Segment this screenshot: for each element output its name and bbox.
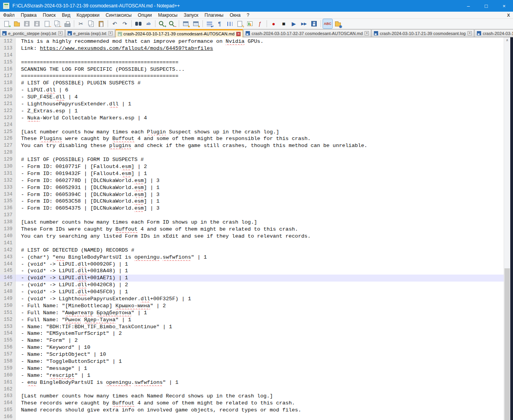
line-text[interactable]: [Last number counts how many times each … (19, 393, 504, 400)
line-text[interactable]: - Name: "rescript" | 1 (19, 372, 504, 379)
line-text[interactable]: - Form ID: 0019432F | [Fallout4.esm] | 1 (19, 170, 504, 177)
menu-item[interactable]: Макросы (155, 12, 181, 18)
line-text[interactable]: - Full Name: "[MineBottlecap] Крышко-мин… (19, 303, 504, 310)
line-text[interactable]: - Form ID: 0602778D | [DLCNukaWorld.esm]… (19, 177, 504, 184)
line-text[interactable]: You can try disabling these plugins and … (19, 142, 504, 149)
line-text[interactable]: - (void* -> LiPUI.dll+000920F) | 1 (19, 261, 504, 268)
zoom-out-button[interactable]: − (168, 19, 177, 28)
line-text[interactable]: This is a highly recommended mod that ca… (19, 38, 504, 45)
line-text[interactable]: - Name: "BDH:TIF:BDH_TIF_Bimbo_TaskConti… (19, 324, 504, 331)
line-number[interactable]: 114 (0, 52, 16, 59)
line-number[interactable]: 148 (0, 289, 16, 296)
line-number[interactable]: 121 (0, 101, 16, 108)
line-number[interactable]: 136 (0, 205, 16, 212)
tab[interactable]: e_persia (exp).txt (65, 29, 115, 37)
scrollbar-thumb[interactable] (504, 268, 510, 420)
line-number[interactable]: 142 (0, 247, 16, 254)
minimize-button[interactable]: – (459, 0, 477, 12)
line-text[interactable]: - Form ID: 0605394C | [DLCNukaWorld.esm]… (19, 191, 504, 198)
line-number[interactable]: 130 (0, 163, 16, 170)
menu-item[interactable]: Окна (227, 12, 244, 18)
menu-item[interactable]: ? (244, 12, 253, 18)
scroll-up-arrow-icon[interactable]: ∧ (504, 37, 510, 44)
menu-item[interactable]: Поиск (40, 12, 59, 18)
line-text[interactable]: - SUP_F4SE.dll | 4 (19, 94, 504, 101)
line-number[interactable]: 159 (0, 365, 16, 372)
macro-play-button[interactable]: ▶ (289, 19, 298, 28)
line-number[interactable]: 143 (0, 254, 16, 261)
new-file-button[interactable]: + (2, 19, 11, 28)
line-number[interactable]: 134 (0, 191, 16, 198)
cut-button[interactable]: ✂ (76, 19, 86, 28)
line-number[interactable]: 160 (0, 372, 16, 379)
line-number[interactable]: 131 (0, 170, 16, 177)
menu-item[interactable]: Запуск (181, 12, 202, 18)
print-button[interactable] (63, 19, 72, 28)
word-wrap-button[interactable]: ↵ (205, 19, 214, 28)
line-text[interactable]: - Full Name: "Амфитеатр Брэдбертона" | 1 (19, 310, 504, 317)
line-number[interactable]: 150 (0, 303, 16, 310)
line-number[interactable]: 124 (0, 122, 16, 129)
line-number[interactable]: 155 (0, 337, 16, 344)
tab-close-icon[interactable] (236, 32, 241, 36)
line-text[interactable]: - Name: "Form" | 2 (19, 337, 504, 344)
sync-horizontal-scroll-button[interactable]: ● (191, 19, 201, 28)
line-text[interactable]: - Full Name: "Рынок Ядер-Тауна" | 1 (19, 317, 504, 324)
line-number[interactable]: 147 (0, 282, 16, 289)
line-text[interactable]: - Form ID: 06054375 | [DLCNukaWorld.esm]… (19, 205, 504, 212)
line-text[interactable]: - LiPUI.dll | 6 (19, 87, 504, 94)
line-text[interactable] (19, 149, 504, 156)
line-number[interactable]: 161 (0, 379, 16, 386)
line-number[interactable]: 122 (0, 108, 16, 115)
line-number[interactable]: 158 (0, 358, 16, 365)
line-text[interactable] (19, 52, 504, 59)
tab[interactable]: e_pontic_steppe (exp).txt (0, 29, 65, 37)
function-list-button[interactable]: ƒ (255, 19, 265, 28)
line-text[interactable]: - Name: "Keyword" | 10 (19, 344, 504, 351)
line-text[interactable]: ========================================… (19, 73, 504, 80)
line-number[interactable]: 156 (0, 344, 16, 351)
line-number[interactable]: 116 (0, 66, 16, 73)
line-number[interactable]: 163 (0, 393, 16, 400)
line-text[interactable]: - Nuka-World Collectable Markers.esp | 4 (19, 115, 504, 122)
macro-run-multiple-button[interactable]: ▶▶ (299, 19, 309, 28)
line-text[interactable]: # LIST OF DETECTED (NAMED) RECORDS # (19, 247, 504, 254)
line-text[interactable] (19, 122, 504, 129)
line-number[interactable]: 145 (0, 268, 16, 275)
close-all-button[interactable]: − (52, 19, 62, 28)
line-number[interactable]: 129 (0, 156, 16, 163)
line-number[interactable]: 151 (0, 310, 16, 317)
line-number[interactable]: 146 (0, 275, 16, 282)
line-number[interactable]: 125 (0, 129, 16, 136)
line-text[interactable] (19, 212, 504, 219)
line-number[interactable]: 166 (0, 414, 16, 420)
line-number[interactable]: 152 (0, 317, 16, 324)
line-text[interactable]: These Form IDs were caught by Buffout 4 … (19, 226, 504, 233)
open-file-button[interactable] (12, 19, 21, 28)
zoom-in-button[interactable]: + (157, 19, 167, 28)
line-text[interactable]: - Form ID: 0010771F | [Fallout4.esm] | 2 (19, 163, 504, 170)
user-defined-language-button[interactable]: ϟ (235, 19, 244, 28)
line-text[interactable]: - Z_Extras.esp | 1 (19, 108, 504, 115)
menu-item[interactable]: Кодировки (73, 12, 103, 18)
line-number[interactable]: 119 (0, 87, 16, 94)
line-text[interactable]: - Name: "ToggleButtonScript" | 1 (19, 358, 504, 365)
line-number[interactable]: 135 (0, 198, 16, 205)
line-text[interactable]: - (void* -> LighthousePapyrusExtender.dl… (19, 296, 504, 303)
menu-item[interactable]: Вид (59, 12, 73, 18)
sync-vertical-scroll-button[interactable]: ● (181, 19, 190, 28)
line-text[interactable]: # LIST OF (POSSIBLE) FORM ID SUSPECTS # (19, 156, 504, 163)
line-text[interactable]: - LighthousePapyrusExtender.dll | 1 (19, 101, 504, 108)
undo-button[interactable]: ↶ (110, 19, 119, 28)
menu-item[interactable]: Правка (18, 12, 40, 18)
macro-stop-button[interactable]: ■ (279, 19, 288, 28)
line-text[interactable]: ========================================… (19, 59, 504, 66)
line-text[interactable]: - (void* -> LiPUI.dll+001AE71) | 1 (19, 275, 504, 282)
line-text[interactable]: - (char*) "enu BingleBodyPartsUI is open… (19, 254, 504, 261)
copy-button[interactable] (86, 19, 96, 28)
tab[interactable]: crash-2024-03-10-17-21-39 cosmodesant.lo… (372, 29, 474, 37)
close-button[interactable]: × (495, 0, 513, 12)
menu-item[interactable]: Файл (0, 12, 18, 18)
menu-item[interactable]: Плагины (201, 12, 227, 18)
macro-record-button[interactable]: ● (269, 19, 278, 28)
